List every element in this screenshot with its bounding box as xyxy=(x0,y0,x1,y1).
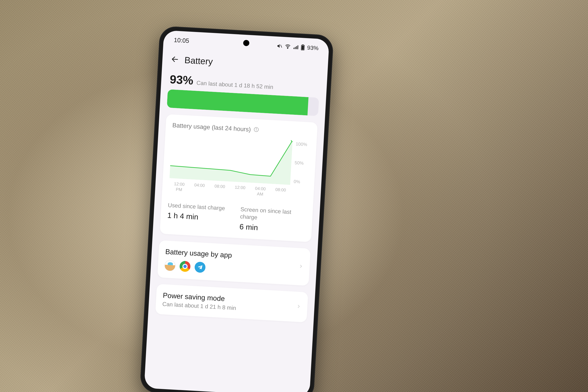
x-tick: 08:00 xyxy=(209,183,230,196)
svg-rect-4 xyxy=(296,46,297,49)
battery-estimate: Can last about 1 d 18 h 52 min xyxy=(196,80,274,90)
usage-card: Battery usage (last 24 hours) 100%50%0% … xyxy=(160,114,318,242)
stat-value: 1 h 4 min xyxy=(167,211,233,224)
x-tick: 12:00 xyxy=(230,184,250,196)
battery-icon xyxy=(300,44,305,50)
svg-point-1 xyxy=(287,48,288,48)
y-tick: 0% xyxy=(294,179,308,185)
svg-rect-3 xyxy=(295,47,296,49)
power-saving-mode-row[interactable]: Power saving mode Can last about 1 d 21 … xyxy=(155,284,308,322)
signal-icon xyxy=(293,44,298,50)
chevron-right-icon xyxy=(298,263,303,271)
y-tick: 50% xyxy=(294,160,309,166)
phone-screen: 10:05 93% Battery xyxy=(144,30,329,392)
info-icon[interactable] xyxy=(254,127,259,133)
stat-label: Screen on since last charge xyxy=(240,205,306,224)
x-tick: 08:00 xyxy=(270,187,291,199)
stat-label: Used since last charge xyxy=(168,201,234,212)
svg-point-12 xyxy=(256,128,256,129)
battery-percent: 93% xyxy=(169,72,194,87)
status-indicators: 93% xyxy=(276,42,319,52)
telegram-app-icon xyxy=(194,262,206,273)
svg-rect-8 xyxy=(302,44,304,45)
wifi-icon xyxy=(284,44,291,50)
svg-point-13 xyxy=(291,139,292,142)
battery-chart[interactable] xyxy=(169,134,292,185)
svg-rect-2 xyxy=(294,48,294,49)
amazon-app-icon xyxy=(164,260,176,271)
stat-used-since-charge: Used since last charge 1 h 4 min xyxy=(167,201,234,231)
stat-value: 6 min xyxy=(239,222,305,235)
page-title: Battery xyxy=(184,55,213,67)
usage-card-title: Battery usage (last 24 hours) xyxy=(172,122,251,133)
status-time: 10:05 xyxy=(174,36,189,45)
status-battery-text: 93% xyxy=(307,44,319,52)
svg-rect-7 xyxy=(302,46,304,50)
app-icons xyxy=(164,260,299,278)
chevron-right-icon xyxy=(296,303,301,311)
chart-y-axis: 100%50%0% xyxy=(294,140,310,186)
battery-usage-by-app-row[interactable]: Battery usage by app xyxy=(157,240,311,286)
stat-screen-on-since-charge: Screen on since last charge 6 min xyxy=(239,205,306,235)
mute-icon xyxy=(276,43,282,49)
x-tick: 04:00 xyxy=(189,182,210,194)
x-tick: 04:00AM xyxy=(250,186,271,198)
phone-frame: 10:05 93% Battery xyxy=(140,26,334,392)
back-button[interactable] xyxy=(171,55,179,64)
chrome-app-icon xyxy=(179,261,190,272)
y-tick: 100% xyxy=(296,141,310,147)
svg-rect-5 xyxy=(297,45,298,49)
svg-line-9 xyxy=(172,59,178,59)
x-tick: 12:00PM xyxy=(169,181,190,193)
svg-line-0 xyxy=(280,45,282,48)
